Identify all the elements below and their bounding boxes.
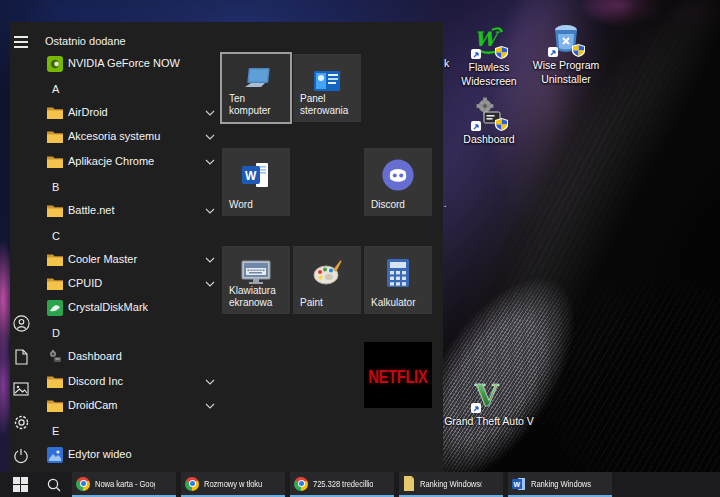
section-letter-b[interactable]: B: [52, 181, 59, 193]
app-list-item-airdroid[interactable]: AirDroid: [38, 101, 223, 125]
folder-icon: [47, 203, 63, 219]
desktop-icon-gta-v[interactable]: V Grand Theft Auto V: [434, 378, 544, 429]
app-list-item-akcesoria-systemu[interactable]: Akcesoria systemu: [38, 125, 223, 149]
uac-shield-icon: [495, 118, 508, 131]
app-list-item-edytor-wideo[interactable]: Edytor wideo: [38, 443, 223, 467]
uac-shield-icon: [572, 44, 585, 57]
tile-paint[interactable]: Paint: [293, 246, 361, 314]
uac-shield-icon: [495, 46, 508, 59]
section-letter-c[interactable]: C: [52, 230, 60, 242]
taskbar-button-chrome-1[interactable]: Nowa karta - Googl...: [72, 472, 176, 497]
desktop-icon-wise-program-uninstaller[interactable]: Wise Program Uninstaller: [526, 22, 606, 87]
shortcut-arrow-icon: [471, 403, 481, 413]
chevron-down-icon: [205, 208, 215, 214]
control-panel-icon: [312, 69, 342, 93]
folder-icon: [47, 252, 63, 268]
on-screen-keyboard-icon: [240, 260, 272, 286]
app-list-item-discord-inc[interactable]: Discord Inc: [38, 370, 223, 394]
tile-netflix[interactable]: NETFLIX: [364, 342, 432, 408]
user-button[interactable]: [10, 312, 32, 334]
taskbar-button-word[interactable]: W Ranking Windowsó...: [508, 472, 612, 497]
app-list-item-cooler-master[interactable]: Cooler Master: [38, 248, 223, 272]
tile-panel-sterowania[interactable]: Panel sterowania: [293, 54, 361, 122]
section-letter-d[interactable]: D: [52, 327, 60, 339]
desktop-icon-label: Flawless Widescreen: [450, 61, 528, 89]
chevron-down-icon: [205, 134, 215, 140]
app-list-item-aplikacje-chrome[interactable]: Aplikacje Chrome: [38, 150, 223, 174]
windows-logo-icon: [13, 477, 28, 492]
folder-icon: [47, 129, 63, 145]
clipped-desktop-label: k: [444, 57, 449, 69]
start-button[interactable]: [4, 472, 36, 497]
video-editor-icon: [47, 447, 63, 463]
chevron-down-icon: [205, 281, 215, 287]
folder-icon: [47, 398, 63, 414]
app-list-item-battlenet[interactable]: Battle.net: [38, 199, 223, 223]
document-icon: [14, 349, 29, 365]
hamburger-icon: [14, 36, 28, 48]
crystaldiskmark-icon: [47, 300, 63, 316]
app-list-item-cpuid[interactable]: CPUID: [38, 272, 223, 296]
tile-discord[interactable]: Discord: [364, 148, 432, 216]
shortcut-arrow-icon: [548, 47, 558, 57]
dashboard-app-icon: [47, 349, 63, 365]
documents-button[interactable]: [10, 346, 32, 368]
word-icon: W: [512, 477, 526, 491]
netflix-logo: NETFLIX: [364, 334, 432, 417]
folder-icon: [47, 374, 63, 390]
chevron-down-icon: [205, 257, 215, 263]
tile-ten-komputer[interactable]: Ten komputer: [222, 54, 290, 122]
this-pc-icon: [239, 66, 273, 96]
taskbar-button-chrome-2[interactable]: Rozmowy w tłoku ...: [181, 472, 285, 497]
taskbar-button-notepad[interactable]: Ranking Windowsó...: [399, 472, 503, 497]
taskbar-search-button[interactable]: [40, 472, 68, 497]
chevron-down-icon: [205, 110, 215, 116]
chevron-down-icon: [205, 379, 215, 385]
desktop-icon-flawless-widescreen[interactable]: W Flawless Widescreen: [450, 24, 528, 89]
app-list-item-dashboard[interactable]: Dashboard: [38, 345, 223, 369]
screen: W Flawless Widescreen: [0, 0, 720, 497]
tile-klawiatura-ekranowa[interactable]: Klawiatura ekranowa: [222, 246, 290, 314]
desktop-icon-label: Wise Program Uninstaller: [526, 59, 606, 87]
desktop-icon-label: Dashboard: [463, 133, 514, 147]
app-list-item-nvidia[interactable]: NVIDIA GeForce NOW: [38, 52, 223, 76]
folder-icon: [47, 276, 63, 292]
section-letter-e[interactable]: E: [52, 425, 59, 437]
start-menu-rail: [10, 22, 38, 472]
chrome-icon: [294, 477, 308, 491]
chrome-icon: [76, 477, 90, 491]
calculator-icon: [386, 258, 410, 288]
start-menu: Ostatnio dodane NVIDIA GeForce NOW A Air…: [10, 22, 443, 472]
power-icon: [13, 448, 29, 464]
app-list-item-droidcam[interactable]: DroidCam: [38, 394, 223, 418]
discord-icon: [382, 159, 415, 192]
settings-button[interactable]: [10, 411, 32, 433]
menu-expand-button[interactable]: [10, 31, 32, 53]
chevron-down-icon: [205, 403, 215, 409]
tile-kalkulator[interactable]: Kalkulator: [364, 246, 432, 314]
section-letter-a[interactable]: A: [52, 83, 59, 95]
gear-icon: [13, 414, 30, 431]
user-icon: [13, 315, 30, 332]
svg-text:W: W: [245, 169, 257, 183]
folder-icon: [47, 154, 63, 170]
pictures-icon: [13, 382, 29, 396]
nvidia-geforce-now-icon: [47, 56, 63, 72]
search-icon: [47, 478, 61, 492]
desktop-icon-dashboard[interactable]: Dashboard: [450, 96, 528, 147]
start-app-list: Ostatnio dodane NVIDIA GeForce NOW A Air…: [38, 22, 225, 472]
app-list-item-crystaldiskmark[interactable]: CrystalDiskMark: [38, 296, 223, 320]
chrome-icon: [185, 477, 199, 491]
pictures-button[interactable]: [10, 378, 32, 400]
start-tiles: Ten komputer Panel sterowania W: [215, 22, 443, 472]
power-button[interactable]: [10, 445, 32, 467]
taskbar-button-chrome-3[interactable]: 725.328 tredecillion...: [290, 472, 394, 497]
shortcut-arrow-icon: [471, 121, 481, 131]
taskbar: Nowa karta - Googl... Rozmowy w tłoku ..…: [0, 472, 720, 497]
tile-word[interactable]: W Word: [222, 148, 290, 216]
desktop-icon-label: Grand Theft Auto V: [444, 415, 534, 429]
shortcut-arrow-icon: [471, 49, 481, 59]
word-icon: W: [242, 161, 270, 189]
notepad-icon: [403, 476, 415, 491]
chevron-down-icon: [205, 159, 215, 165]
